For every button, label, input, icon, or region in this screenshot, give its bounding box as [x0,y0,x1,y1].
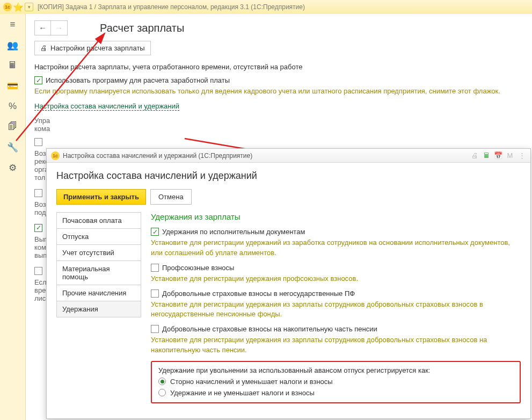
dismissal-radio-group: Удержание при увольнении за использованн… [151,361,521,403]
npf-checkbox[interactable] [151,289,159,298]
exec-docs-label: Удержания по исполнительным документам [162,228,305,236]
tab-absence[interactable]: Учет отсутствий [56,244,141,260]
union-checkbox[interactable] [151,264,159,272]
dialog-calendar-icon[interactable]: 📅 [494,151,502,160]
dialog-tabs: Почасовая оплата Отпуска Учет отсутствий… [56,212,141,403]
cancel-button[interactable]: Отмена [150,189,192,205]
deductions-dialog: 1c Настройка состава начислений и удержа… [46,148,531,419]
tab-hourly[interactable]: Почасовая оплата [56,212,141,228]
radio-deduction[interactable] [158,389,166,396]
tab-material[interactable]: Материальная помощь [56,260,141,285]
tab-deductions[interactable]: Удержания [56,301,141,317]
dialog-title-text: Настройка состава начислений и удержаний… [63,152,252,160]
radio-group-title: Удержание при увольнении за использованн… [158,366,513,374]
npf-hint: Установите для регистрации удержания из … [151,300,521,320]
svg-line-0 [16,33,105,141]
dialog-action-icon-1[interactable]: 🖨 [470,151,479,160]
section-heading: Удержания из зарплаты [151,212,521,221]
pension-hint: Установите для регистрации удержания из … [151,335,521,356]
exec-docs-checkbox[interactable]: ✓ [151,228,159,236]
union-label: Профсоюзные взносы [162,264,234,272]
pension-label: Добровольные страховые взносы на накопит… [162,325,377,333]
radio-storno[interactable] [158,378,166,385]
npf-label: Добровольные страховые взносы в негосуда… [162,289,355,298]
exec-docs-hint: Установите для регистрации удержаний из … [151,238,521,258]
tab-vacations[interactable]: Отпуска [56,228,141,244]
tab-other-accruals[interactable]: Прочие начисления [56,285,141,301]
radio-deduction-label: Удержание и не уменьшает налоги и взносы [170,389,315,397]
pension-checkbox[interactable] [151,325,159,333]
dialog-heading: Настройка состава начислений и удержаний [56,170,521,182]
apply-close-button[interactable]: Применить и закрыть [56,189,146,205]
tab-content: Удержания из зарплаты ✓ Удержания по исп… [151,212,521,403]
dialog-app-icon: 1c [51,151,60,160]
dialog-titlebar: 1c Настройка состава начислений и удержа… [47,149,530,163]
dialog-m-icon[interactable]: M [506,151,514,160]
radio-storno-label: Сторно начислений и уменьшает налоги и в… [170,378,333,386]
dialog-calc-icon[interactable]: 🖩 [482,151,491,160]
union-hint: Установите для регистрации удержания про… [151,274,521,284]
dialog-more-icon[interactable]: ⋮ [518,151,526,160]
